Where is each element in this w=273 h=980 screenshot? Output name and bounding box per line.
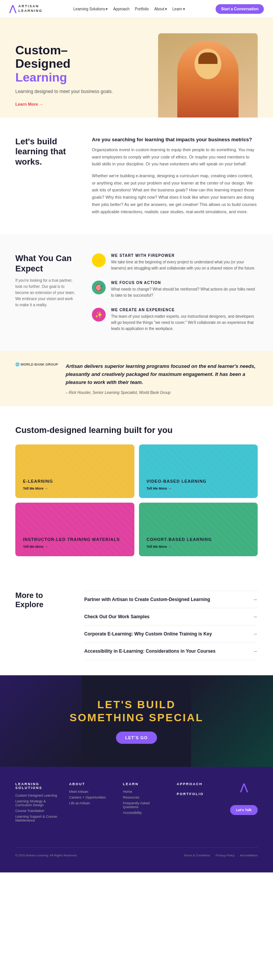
footer-link-custom[interactable]: Custom Designed Learning [15,794,58,797]
expect-section: What You Can Expect If you're looking fo… [0,234,273,351]
card-pattern [139,503,258,556]
explore-item-3-arrow: → [252,648,258,654]
nav-about[interactable]: About ▾ [154,7,167,11]
explore-section: More to Explore Partner with Artisan to … [0,575,273,675]
build-section: Let's build learning that works. Are you… [0,118,273,234]
build-heading: Let's build learning that works. [15,137,77,167]
nav-approach[interactable]: Approach [113,7,129,11]
explore-item-1[interactable]: Check Out Our Work Samples → [84,608,258,626]
explore-heading: More to Explore [15,591,69,609]
footer-col-learn: LEARN Home Resources Frequently Asked Qu… [123,782,165,824]
experience-icon: ✨ [92,308,106,322]
expect-heading: What You Can Expect [15,253,77,274]
dropdown-arrow-icon: ▾ [106,7,108,11]
footer-col-approach-heading: APPROACH [177,782,219,786]
expect-right: ⚡ WE START WITH FIREPOWER We take time a… [92,253,258,332]
footer-accreditation-link[interactable]: Accreditation [240,854,258,857]
footer-privacy-link[interactable]: Privacy Policy [216,854,235,857]
expect-body: If you're looking for a true partner, lo… [15,278,77,308]
logo[interactable]: ⋀ ARTISAN LEARNING [9,4,43,14]
explore-item-0[interactable]: Partner with Artisan to Create Custom-De… [84,591,258,608]
nav-portfolio[interactable]: Portfolio [135,7,149,11]
explore-item-1-text: Check Out Our Work Samples [84,614,150,619]
explore-item-1-arrow: → [252,614,258,620]
card-pattern [15,444,134,498]
footer-terms-link[interactable]: Terms & Conditions [184,854,210,857]
service-card-video: VIDEO-BASED LEARNING Tell Me More → [139,444,258,498]
testimonial-cite: – Rick Housler, Senior Learning Speciali… [66,390,258,395]
nav-learn[interactable]: Learn ▾ [172,7,185,11]
cta-banner-content: LET'S BUILD SOMETHING SPECIAL LET'S GO [70,698,204,744]
cta-banner-title: LET'S BUILD SOMETHING SPECIAL [70,698,204,724]
cta-banner-button[interactable]: LET'S GO [116,732,157,744]
explore-item-3[interactable]: Accessibility in E-Learning: Considerati… [84,643,258,660]
service-card-cohort: COHORT-BASED LEARNING Tell Me More → [139,503,258,556]
footer-link-life[interactable]: Life at Artisan [69,801,112,805]
footer-link-home[interactable]: Home [123,790,165,794]
logo-line1: ARTISAN LEARNING [18,4,43,13]
explore-item-2[interactable]: Corporate E-Learning: Why Custom Online … [84,626,258,643]
nav-links: Learning Solutions ▾ Approach Portfolio … [74,7,185,11]
build-subheading: Are you searching for learning that impa… [92,137,258,142]
explore-item-0-text: Partner with Artisan to Create Custom-De… [84,597,210,602]
explore-item-3-text: Accessibility in E-Learning: Considerati… [84,648,216,654]
hero-title: Custom– Designed Learning [15,44,158,84]
navbar: ⋀ ARTISAN LEARNING Learning Solutions ▾ … [0,0,273,18]
testimonial-logo: 🌐 WORLD BANK GROUP [15,363,58,366]
card-pattern [139,444,258,498]
footer-col-approach: APPROACH PORTFOLIO [177,782,219,824]
footer-col-learning: LEARNING SOLUTIONS Custom Designed Learn… [15,782,58,824]
footer-col-portfolio-heading: PORTFOLIO [177,792,219,796]
dropdown-arrow-icon: ▾ [183,7,185,11]
footer-logo: ⋀ [240,782,248,793]
dropdown-arrow-icon: ▾ [165,7,167,11]
hero-learn-more-link[interactable]: Learn More → [15,102,43,106]
footer-bottom: © 2025 Artisan Learning. All Rights Rese… [15,847,258,857]
footer-link-faq[interactable]: Frequently Asked Questions [123,801,165,809]
explore-item-2-arrow: → [252,631,258,637]
footer-bottom-links: Terms & Conditions Privacy Policy Accred… [184,854,258,857]
build-paragraph1: Organizations invest in custom learning … [92,146,258,168]
services-section: Custom-designed learning built for you E… [0,406,273,575]
expect-item-experience: ✨ WE CREATE AN EXPERIENCE The team of yo… [92,308,258,332]
action-icon: 🎯 [92,281,106,294]
testimonial-section: 🌐 WORLD BANK GROUP Artisan delivers supe… [0,351,273,406]
nav-learning-solutions[interactable]: Learning Solutions ▾ [74,7,108,11]
explore-item-2-text: Corporate E-Learning: Why Custom Online … [84,631,212,637]
footer-link-translation[interactable]: Course Translation [15,809,58,813]
firepower-icon: ⚡ [92,253,106,267]
services-grid: E-LEARNING Tell Me More → VIDEO-BASED LE… [15,444,258,556]
hero-subtitle: Learning designed to meet your business … [15,88,158,95]
explore-item-0-arrow: → [252,596,258,603]
footer-link-resources[interactable]: Resources [123,795,165,799]
service-card-elearning: E-LEARNING Tell Me More → [15,444,134,498]
footer-logo-symbol: ⋀ [240,782,248,793]
footer-col-about-heading: ABOUT [69,782,112,786]
expect-item-firepower: ⚡ WE START WITH FIREPOWER We take time a… [92,253,258,271]
footer-link-support[interactable]: Learning Support & Course Maintenance [15,815,58,822]
services-heading: Custom-designed learning built for you [15,425,258,435]
footer-copyright: © 2025 Artisan Learning. All Rights Rese… [15,854,77,857]
footer-link-meet[interactable]: Meet Artisan [69,790,112,794]
build-right: Are you searching for learning that impa… [92,137,258,215]
footer-cta-button[interactable]: Let's Talk [230,805,258,815]
explore-left: More to Explore [15,591,69,660]
expect-item-firepower-text: WE START WITH FIREPOWER We take time at … [111,253,258,271]
footer-col-learning-heading: LEARNING SOLUTIONS [15,782,58,790]
cta-banner-section: LET'S BUILD SOMETHING SPECIAL LET'S GO [0,675,273,767]
footer-link-accessibility[interactable]: Accessibility [123,811,165,815]
hero-section: Custom– Designed Learning Learning desig… [0,18,273,118]
hero-image [158,33,258,118]
footer-link-careers[interactable]: Careers + Opportunities [69,795,112,799]
expect-item-action-text: WE FOCUS ON ACTION What needs to change?… [111,281,258,299]
testimonial-content: Artisan delivers superior learning progr… [66,363,258,394]
footer-col-learn-heading: LEARN [123,782,165,786]
expect-item-action: 🎯 WE FOCUS ON ACTION What needs to chang… [92,281,258,299]
build-paragraph2: Whether we're building e-learning, desig… [92,172,258,215]
build-left: Let's build learning that works. [15,137,77,167]
footer-columns: LEARNING SOLUTIONS Custom Designed Learn… [15,782,219,824]
start-conversation-button[interactable]: Start a Conversation [216,4,264,14]
footer-link-strategy[interactable]: Learning Strategy & Curriculum Design [15,799,58,807]
footer: LEARNING SOLUTIONS Custom Designed Learn… [0,767,273,872]
hero-text: Custom– Designed Learning Learning desig… [15,44,158,107]
